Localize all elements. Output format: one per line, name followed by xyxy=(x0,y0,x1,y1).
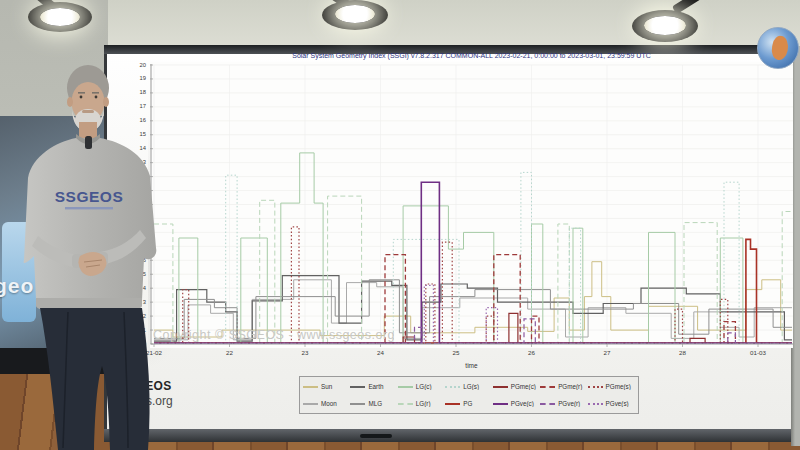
legend-item: PG xyxy=(445,400,492,407)
x-tick-label: 26 xyxy=(512,349,552,356)
chart-title: Solar System Geometry Index (SSGI) v7.8.… xyxy=(150,52,793,59)
ear xyxy=(103,97,109,107)
legend-label: PGve(s) xyxy=(606,400,629,407)
plot-background xyxy=(150,62,793,348)
legend-label: Moon xyxy=(321,400,337,407)
legend-line-sample-icon xyxy=(588,403,603,405)
ear xyxy=(67,97,73,107)
eye xyxy=(80,96,83,99)
legend-item: PGme(r) xyxy=(540,383,587,390)
legend-label: Earth xyxy=(368,383,383,390)
legend-label: LG(s) xyxy=(463,383,479,390)
legend-item: LG(s) xyxy=(445,383,492,390)
presenter: SSGEOS xyxy=(8,50,168,450)
legend-line-sample-icon xyxy=(540,403,555,405)
light-bulb-icon xyxy=(335,5,375,23)
x-tick-label: 24 xyxy=(361,349,401,356)
ssgi-chart xyxy=(150,62,793,348)
legend-line-sample-icon xyxy=(445,386,460,388)
x-tick-label: 25 xyxy=(436,349,476,356)
shirt-logo-subtext xyxy=(65,207,113,209)
legend-item: PGve(r) xyxy=(540,400,587,407)
eye xyxy=(95,96,98,99)
eyebrow xyxy=(92,92,99,94)
marker-pen xyxy=(360,434,392,438)
mouth xyxy=(82,110,94,113)
shirt-logo-text: SSGEOS xyxy=(55,188,123,205)
scene: geo Solar System Geometry Index (SSGI) v… xyxy=(0,0,800,450)
legend-line-sample-icon xyxy=(540,386,555,388)
legend-item: LG(r) xyxy=(398,400,445,407)
legend-line-sample-icon xyxy=(303,386,318,388)
legend-item: LG(c) xyxy=(398,383,445,390)
legend-label: Sun xyxy=(321,383,332,390)
jeans xyxy=(40,308,150,450)
globe-land-icon xyxy=(770,35,791,62)
x-tick-label: 27 xyxy=(587,349,627,356)
legend-item: PGme(c) xyxy=(493,383,540,390)
legend-label: LG(r) xyxy=(416,400,431,407)
legend-label: PGme(c) xyxy=(511,383,536,390)
legend-item: MLG xyxy=(350,400,397,407)
screen-bottom-bezel xyxy=(104,429,791,442)
legend-label: LG(c) xyxy=(416,383,432,390)
legend-line-sample-icon xyxy=(303,403,318,405)
legend-label: PGme(r) xyxy=(558,383,582,390)
legend-item: PGve(c) xyxy=(493,400,540,407)
wood-floor xyxy=(104,441,800,450)
chart-watermark: Copyright © SSGEOS - www.ssgeos.org xyxy=(153,328,395,342)
legend-line-sample-icon xyxy=(398,403,413,405)
legend-label: MLG xyxy=(368,400,382,407)
sweatshirt xyxy=(24,138,157,312)
legend-line-sample-icon xyxy=(398,386,413,388)
legend-label: PG xyxy=(463,400,472,407)
eyebrow xyxy=(78,92,85,94)
ssgeos-globe-logo-icon xyxy=(757,27,799,69)
legend-label: PGve(c) xyxy=(511,400,534,407)
collar-zip xyxy=(85,136,92,149)
legend-line-sample-icon xyxy=(445,403,460,405)
legend-item: Sun xyxy=(303,383,350,390)
legend-line-sample-icon xyxy=(493,386,508,388)
legend-line-sample-icon xyxy=(493,403,508,405)
x-tick-label: 23 xyxy=(285,349,325,356)
legend-line-sample-icon xyxy=(588,386,603,388)
light-bulb-icon xyxy=(40,8,80,26)
x-tick-label: 22 xyxy=(210,349,250,356)
x-axis-title: time xyxy=(150,362,793,369)
legend-item: PGme(s) xyxy=(588,383,635,390)
legend-item: PGve(s) xyxy=(588,400,635,407)
legend-item: Moon xyxy=(303,400,350,407)
legend-line-sample-icon xyxy=(350,403,365,405)
light-bulb-icon xyxy=(644,16,686,35)
legend-item: Earth xyxy=(350,383,397,390)
legend-line-sample-icon xyxy=(350,386,365,388)
legend-label: PGve(r) xyxy=(558,400,580,407)
legend-label: PGme(s) xyxy=(606,383,631,390)
x-tick-label: 01-03 xyxy=(738,349,778,356)
x-tick-label: 28 xyxy=(663,349,703,356)
chart-legend: SunMoonEarthMLGLG(c)LG(r)LG(s)PGPGme(c)P… xyxy=(299,376,639,414)
